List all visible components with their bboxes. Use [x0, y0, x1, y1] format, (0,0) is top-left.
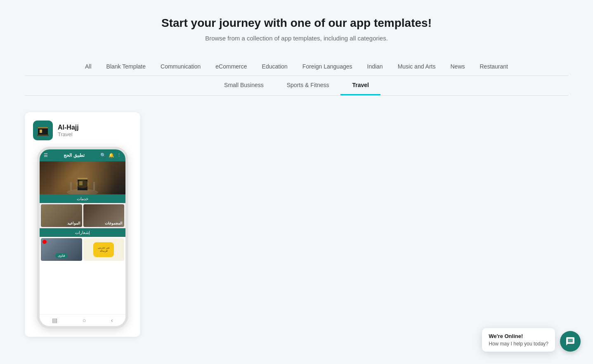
hero-title: Start your journey with one of our app t…: [25, 17, 568, 30]
fatwa-button: فتاوى: [55, 253, 68, 258]
services-grid: المواعيد المجموعات: [40, 203, 125, 228]
sub-category-nav: Small Business Sports & Fitness Travel: [25, 76, 568, 96]
topbar-right-icons: 🔍 🔔 ⋮: [100, 153, 121, 158]
chat-text: نص تجريبي للرسالة: [93, 246, 114, 253]
notifications-bar: إشعارات: [40, 228, 125, 237]
chat-online-label: We're Online!: [489, 333, 548, 339]
appointments-label: المواعيد: [67, 221, 80, 225]
nav-home-icon: ○: [83, 317, 86, 324]
menu-icon: ☰: [44, 153, 48, 158]
svg-point-10: [76, 180, 89, 188]
template-card-al-hajj[interactable]: Al-Hajj Travel ☰ تطبيق الحج: [25, 112, 140, 337]
hajj-topbar: ☰ تطبيق الحج 🔍 🔔 ⋮: [40, 149, 125, 161]
app-card-header: Al-Hajj Travel: [33, 121, 132, 140]
phone-mockup: ☰ تطبيق الحج 🔍 🔔 ⋮: [37, 147, 128, 329]
search-icon: 🔍: [100, 153, 106, 158]
sub-category-travel[interactable]: Travel: [340, 76, 380, 95]
hajj-app-screen: ☰ تطبيق الحج 🔍 🔔 ⋮: [40, 149, 125, 326]
category-restaurant[interactable]: Restaurant: [473, 58, 515, 76]
bell-icon: 🔔: [109, 153, 114, 158]
category-indian[interactable]: Indian: [360, 58, 390, 76]
category-all[interactable]: All: [78, 58, 99, 76]
svg-rect-8: [70, 182, 72, 190]
category-ecommerce[interactable]: eCommerce: [208, 58, 254, 76]
svg-rect-9: [93, 182, 95, 190]
svg-rect-1: [40, 130, 42, 133]
red-dot: [43, 240, 47, 244]
notif-item-2: نص تجريبي للرسالة: [83, 238, 125, 261]
sub-category-sports-fitness[interactable]: Sports & Fitness: [275, 76, 341, 95]
chat-open-button[interactable]: [560, 331, 581, 352]
phone-screen: ☰ تطبيق الحج 🔍 🔔 ⋮: [40, 149, 125, 326]
nav-back-icon: ‹: [111, 317, 113, 324]
topbar-icons: ☰: [44, 153, 48, 158]
category-music-and-arts[interactable]: Music and Arts: [390, 58, 443, 76]
category-blank-template[interactable]: Blank Template: [99, 58, 153, 76]
app-title: Al-Hajj: [58, 124, 79, 131]
chat-message: How may I help you today?: [489, 341, 548, 347]
templates-grid: Al-Hajj Travel ☰ تطبيق الحج: [25, 108, 568, 337]
app-category: Travel: [58, 131, 79, 137]
notif-item-1: فتاوى: [41, 238, 82, 261]
hajj-hero-image: [40, 161, 125, 194]
category-news[interactable]: News: [443, 58, 472, 76]
groups-label: المجموعات: [105, 221, 123, 225]
chat-bubble: نص تجريبي للرسالة: [93, 242, 114, 257]
chat-widget: We're Online! How may I help you today?: [482, 328, 581, 352]
app-icon: [33, 121, 53, 140]
kaaba-icon: [35, 123, 50, 138]
grid-item-groups: المجموعات: [83, 204, 125, 227]
category-education[interactable]: Education: [255, 58, 295, 76]
page-wrapper: Start your journey with one of our app t…: [0, 0, 593, 353]
category-communication[interactable]: Communication: [153, 58, 208, 76]
topbar-title: تطبيق الحج: [64, 153, 84, 158]
phone-bottom-bar: ▤ ○ ‹: [40, 314, 125, 326]
more-icon: ⋮: [117, 153, 121, 158]
svg-rect-2: [38, 127, 48, 128]
svg-rect-3: [37, 135, 49, 136]
chat-icon: [565, 336, 575, 346]
category-nav: All Blank Template Communication eCommer…: [25, 58, 568, 76]
nav-menu-icon: ▤: [52, 317, 57, 324]
app-info: Al-Hajj Travel: [58, 124, 79, 137]
svg-rect-6: [78, 178, 87, 180]
hero-subtitle: Browse from a collection of app template…: [25, 35, 568, 42]
category-foreign-languages[interactable]: Foreign Languages: [295, 58, 360, 76]
hero-kaaba-svg: [66, 170, 99, 194]
services-bar: خدمات: [40, 194, 125, 203]
grid-item-appointments: المواعيد: [41, 204, 82, 227]
chat-bubble-card: We're Online! How may I help you today?: [482, 328, 555, 352]
notifications-grid: فتاوى نص تجريبي للرسالة: [40, 237, 125, 314]
sub-category-small-business[interactable]: Small Business: [213, 76, 275, 95]
